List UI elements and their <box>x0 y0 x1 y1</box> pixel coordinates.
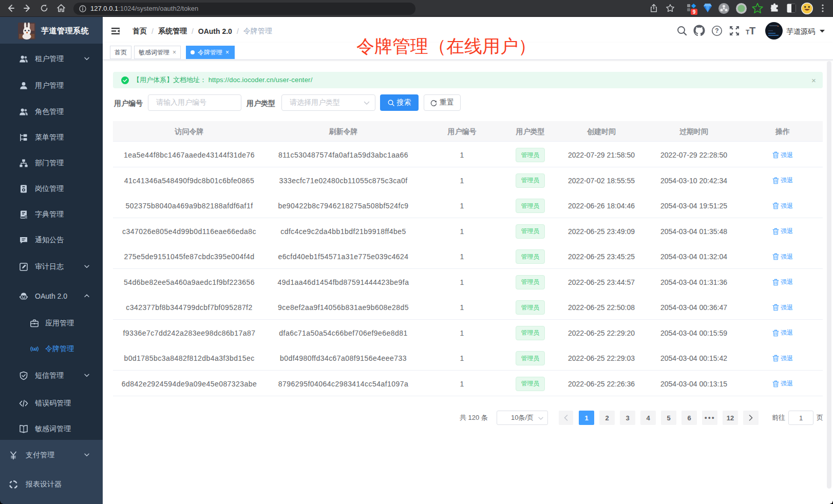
svg-text:?: ? <box>715 27 718 34</box>
svg-text:a: a <box>33 346 36 352</box>
svg-text:9: 9 <box>693 9 696 15</box>
svg-text:T: T <box>749 26 755 36</box>
